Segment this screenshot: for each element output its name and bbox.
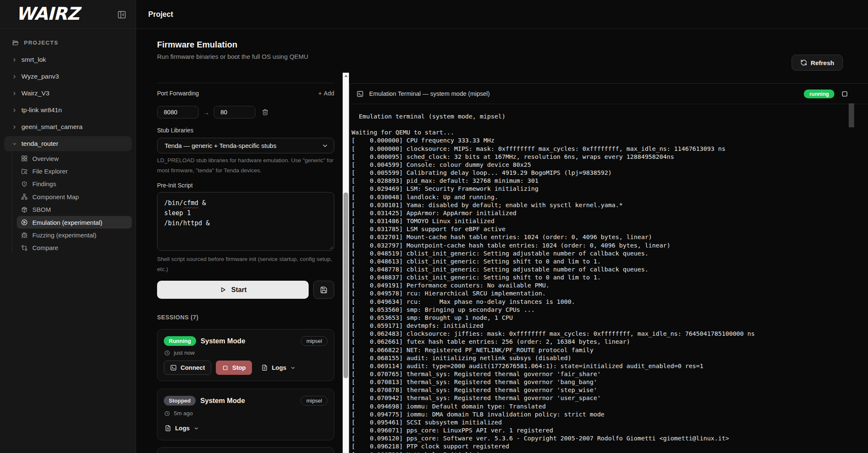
stop-square-icon [222, 365, 228, 371]
sidebar-item-label: Overview [32, 155, 59, 162]
pre-init-script-line: /bin/cfmd & [164, 198, 334, 208]
projects-header: PROJECTS [12, 39, 58, 46]
connect-button[interactable]: Connect [164, 361, 211, 375]
terminal-line: [ 0.094775] iommu: DMA domain TLB invali… [351, 411, 866, 419]
terminal-output[interactable]: Emulation terminal (system mode, mipsel)… [350, 104, 868, 453]
guest-port-input[interactable] [214, 106, 255, 119]
sidebar-item-label: File Explorer [32, 168, 68, 175]
sidebar-item-label: Component Map [32, 193, 79, 200]
refresh-icon [800, 59, 807, 66]
emulation-terminal-panel: Emulation Terminal — system mode (mipsel… [349, 83, 868, 453]
project-label: tenda_router [21, 140, 58, 147]
projects-list: smrt_lokWyze_panv3Wairz_V3tp-link wr841n… [0, 51, 136, 254]
terminal-status-badge: running [804, 90, 834, 98]
terminal-line: [ 0.059171] devtmpfs: initialized [351, 322, 866, 330]
sidebar-project-tenda-router[interactable]: tenda_router [4, 136, 132, 151]
sidebar-project-wairz-v3[interactable]: Wairz_V3 [0, 85, 136, 102]
terminal-line: [ 0.031425] AppArmor: AppArmor initializ… [351, 209, 866, 217]
sidebar-item-label: Compare [32, 244, 58, 251]
terminal-line: [ 0.004599] Console: colour dummy device… [351, 161, 866, 169]
add-port-label: Add [324, 90, 334, 97]
save-config-button[interactable] [313, 281, 334, 299]
grid-icon [21, 155, 28, 162]
terminal-line: [ 0.070813] thermal_sys: Registered ther… [351, 378, 866, 386]
file-text-icon [261, 364, 268, 371]
terminal-icon [357, 90, 364, 97]
submenu-guide-line [12, 153, 12, 253]
topbar: Project [136, 0, 868, 29]
start-button[interactable]: Start [157, 281, 309, 299]
terminal-title: Emulation Terminal — system mode (mipsel… [369, 90, 490, 97]
logs-label: Logs [175, 425, 190, 432]
sidebar-item-overview[interactable]: Overview [17, 152, 132, 165]
folder-search-icon [21, 168, 28, 175]
stop-terminal-icon[interactable] [841, 90, 848, 97]
sidebar-logo-row: WAIRZ [0, 0, 136, 29]
terminal-scrollbar-thumb[interactable] [849, 103, 854, 127]
delete-port-trash-icon[interactable] [262, 108, 269, 116]
terminal-line: [ 0.096120] pps_core: Software ver. 5.3.… [351, 435, 866, 442]
scrollbar-up-arrow[interactable] [344, 75, 348, 77]
play-icon [219, 286, 226, 293]
sidebar-project-wyze-panv3[interactable]: Wyze_panv3 [0, 68, 136, 85]
sidebar-item-emulation-experimental[interactable]: Emulation (experimental) [17, 216, 132, 229]
port-forwarding-inputs: → [157, 106, 269, 119]
sidebar-project-tp-link-wr841n[interactable]: tp-link wr841n [0, 102, 136, 119]
terminal-line: [ 0.048778] cblist_init_generic: Setting… [351, 266, 866, 274]
scrollbar-thumb[interactable] [344, 192, 348, 378]
chevron-right-icon [12, 91, 17, 96]
session-actions: Logs [164, 421, 202, 435]
pre-init-script-code: /bin/cfmd &sleep 1/bin/httpd & [157, 192, 334, 228]
terminal-line: [ 0.049578] rcu: Hierarchical SRCU imple… [351, 290, 866, 298]
play-circle-icon [21, 219, 28, 226]
terminal-line: [ 0.032701] Mount-cache hash table entri… [351, 233, 866, 241]
project-label: Wairz_V3 [21, 90, 50, 97]
folder-icon [12, 39, 19, 46]
terminal-line: [ 0.069114] audit: type=2000 audit(17726… [351, 362, 866, 370]
file-text-icon [165, 425, 171, 432]
resize-handle[interactable] [328, 245, 333, 250]
logs-button[interactable]: Logs [259, 361, 298, 375]
pre-init-script-line: /bin/httpd & [164, 218, 334, 228]
sidebar: WAIRZ PROJECTS smrt_lokWyze_panv3Wairz_V… [0, 0, 136, 453]
stub-libraries-select[interactable]: Tenda — generic + Tenda-specific stubs [157, 138, 334, 153]
sidebar-item-file-explorer[interactable]: File Explorer [17, 165, 132, 177]
sidebar-item-sbom[interactable]: SBOM [17, 203, 132, 216]
sidebar-project-smrt-lok[interactable]: smrt_lok [0, 51, 136, 68]
package-icon [21, 206, 28, 213]
stop-button[interactable]: Stop [216, 361, 252, 375]
project-submenu: OverviewFile ExplorerFindingsComponent M… [0, 152, 136, 254]
page-title: Firmware Emulation [157, 40, 237, 50]
chevron-right-icon [12, 57, 17, 63]
chevron-down-icon [12, 141, 17, 147]
chevron-down-icon [290, 365, 296, 371]
sidebar-item-fuzzing-experimental[interactable]: Fuzzing (experimental) [17, 229, 132, 241]
terminal-line: [ 0.030101] Yama: disabled by default; e… [351, 201, 866, 209]
sidebar-collapse-icon[interactable] [117, 10, 126, 19]
pre-init-script-label: Pre-Init Script [157, 182, 193, 189]
terminal-icon [170, 364, 177, 371]
sidebar-project-geeni-smart-camera[interactable]: geeni_smart_camera [0, 119, 136, 135]
sidebar-item-label: Findings [32, 180, 56, 187]
terminal-line: [ 0.048519] cblist_init_generic: Setting… [351, 250, 866, 258]
logs-button[interactable]: Logs [164, 421, 202, 435]
config-panel-scrollbar[interactable] [343, 73, 349, 453]
host-port-input[interactable] [157, 106, 199, 119]
add-port-button[interactable]: +Add [318, 90, 334, 97]
status-badge-stopped: Stopped [164, 396, 196, 406]
terminal-line: Waiting for QEMU to start... [351, 129, 866, 137]
stub-libraries-help: LD_PRELOAD stub libraries for hardware e… [157, 155, 334, 176]
sidebar-item-component-map[interactable]: Component Map [17, 190, 132, 203]
terminal-line: [ 0.100739] NetLabel: Initializing [351, 451, 866, 453]
project-label: Wyze_panv3 [21, 73, 59, 80]
sidebar-item-compare[interactable]: Compare [17, 242, 132, 254]
terminal-line: Emulation terminal (system mode, mipsel) [351, 113, 866, 121]
refresh-button[interactable]: Refresh [792, 55, 843, 71]
section-divider [157, 83, 334, 83]
terminal-header: Emulation Terminal — system mode (mipsel… [350, 84, 868, 104]
terminal-line: [ 0.062483] clocksource: jiffies: mask: … [351, 330, 866, 338]
project-label: smrt_lok [21, 56, 46, 63]
sidebar-item-findings[interactable]: Findings [17, 178, 132, 190]
pre-init-script-editor[interactable]: /bin/cfmd &sleep 1/bin/httpd & [157, 192, 334, 251]
session-card-header: Running System Mode mipsel [164, 336, 328, 346]
